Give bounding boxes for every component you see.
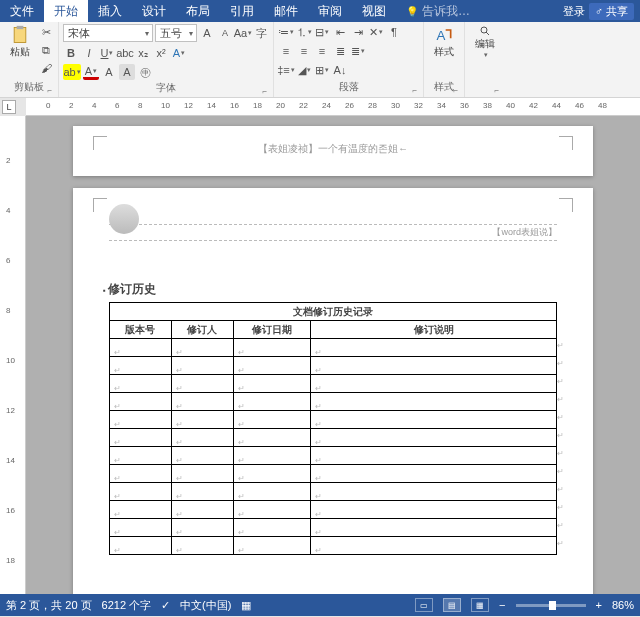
login-link[interactable]: 登录	[563, 4, 585, 19]
group-label-clipboard: 剪贴板	[4, 79, 54, 95]
page-1-footer: 【表姐凌祯】一个有温度的존姐←	[73, 126, 593, 176]
ruler-horizontal[interactable]: 0246810121416182022242628303234363840424…	[26, 98, 640, 116]
tell-me[interactable]: 告诉我…	[396, 0, 563, 22]
char-shading-icon[interactable]: A	[119, 64, 135, 80]
print-layout-icon[interactable]: ▤	[443, 598, 461, 612]
table-row: ↵	[110, 357, 557, 375]
paste-button[interactable]: 粘贴	[4, 24, 36, 60]
font-name-select[interactable]: 宋体	[63, 24, 153, 42]
line-spacing-icon[interactable]: ‡≡	[278, 62, 294, 78]
multilevel-list-icon[interactable]: ⊟	[314, 24, 330, 40]
table-row: ↵	[110, 339, 557, 357]
styles-button[interactable]: A 样式	[428, 24, 460, 60]
asian-layout-icon[interactable]: ✕	[368, 24, 384, 40]
zoom-in-button[interactable]: +	[596, 599, 602, 611]
proofing-icon[interactable]: ✓	[161, 599, 170, 612]
page-2: 【word表姐说】 修订历史 文档修订历史记录版本号修订人修订日期修订说明↵↵↵…	[73, 188, 593, 594]
section-heading: 修订历史	[103, 281, 557, 298]
language-indicator[interactable]: 中文(中国)	[180, 598, 231, 613]
svg-rect-0	[14, 28, 26, 43]
subscript-icon[interactable]: x₂	[135, 45, 151, 61]
table-row: ↵	[110, 465, 557, 483]
zoom-out-button[interactable]: −	[499, 599, 505, 611]
justify-icon[interactable]: ≣	[332, 43, 348, 59]
svg-line-4	[486, 32, 489, 35]
tab-file[interactable]: 文件	[0, 0, 44, 22]
group-paragraph: ≔ ⒈ ⊟ ⇤ ⇥ ✕ ¶ ≡ ≡ ≡ ≣ ≣ ‡≡ ◢ ⊞ A↓ 段落	[274, 22, 424, 97]
tab-mailings[interactable]: 邮件	[264, 0, 308, 22]
tab-insert[interactable]: 插入	[88, 0, 132, 22]
tab-layout[interactable]: 布局	[176, 0, 220, 22]
font-color-icon[interactable]: A	[83, 64, 99, 80]
highlight-icon[interactable]: ab	[63, 64, 81, 80]
bullets-icon[interactable]: ≔	[278, 24, 294, 40]
italic-icon[interactable]: I	[81, 45, 97, 61]
tab-references[interactable]: 引用	[220, 0, 264, 22]
table-row: ↵	[110, 429, 557, 447]
share-button[interactable]: ♂ 共享	[589, 3, 634, 20]
tab-selector[interactable]: L	[2, 100, 16, 114]
shading-icon[interactable]: ◢	[296, 62, 312, 78]
grow-font-icon[interactable]: A	[199, 25, 215, 41]
ruler-vertical[interactable]: 24681012141618	[0, 116, 26, 594]
web-layout-icon[interactable]: ▦	[471, 598, 489, 612]
status-bar: 第 2 页，共 20 页 6212 个字 ✓ 中文(中国) ▦ ▭ ▤ ▦ − …	[0, 594, 640, 616]
show-marks-icon[interactable]: ¶	[386, 24, 402, 40]
group-styles: A 样式 样式	[424, 22, 465, 97]
tab-design[interactable]: 设计	[132, 0, 176, 22]
align-right-icon[interactable]: ≡	[314, 43, 330, 59]
char-border-icon[interactable]: A	[101, 64, 117, 80]
read-mode-icon[interactable]: ▭	[415, 598, 433, 612]
avatar-image	[109, 204, 139, 234]
borders-icon[interactable]: ⊞	[314, 62, 330, 78]
phonetic-guide-icon[interactable]: 字	[253, 25, 269, 41]
copy-icon[interactable]: ⧉	[38, 42, 54, 58]
change-case-icon[interactable]: Aa	[235, 25, 251, 41]
align-center-icon[interactable]: ≡	[296, 43, 312, 59]
superscript-icon[interactable]: x²	[153, 45, 169, 61]
group-editing: 编辑	[465, 22, 505, 97]
zoom-value[interactable]: 86%	[612, 599, 634, 611]
revision-table[interactable]: 文档修订历史记录版本号修订人修订日期修订说明↵↵↵↵↵↵↵↵↵↵↵↵	[109, 302, 557, 555]
svg-text:A: A	[437, 28, 446, 43]
table-row: ↵	[110, 483, 557, 501]
numbering-icon[interactable]: ⒈	[296, 24, 312, 40]
cut-icon[interactable]: ✂	[38, 24, 54, 40]
sort-icon[interactable]: A↓	[332, 62, 348, 78]
table-row: ↵	[110, 537, 557, 555]
table-row: ↵	[110, 411, 557, 429]
tab-home[interactable]: 开始	[44, 0, 88, 22]
group-font: 宋体 五号 A A Aa 字 B I U abc x₂ x² A ab A A …	[59, 22, 274, 97]
document-area[interactable]: 【表姐凌祯】一个有温度的존姐← 【word表姐说】 修订历史 文档修订历史记录版…	[26, 116, 640, 594]
group-label-paragraph: 段落	[278, 79, 419, 95]
strikethrough-icon[interactable]: abc	[117, 45, 133, 61]
tab-review[interactable]: 审阅	[308, 0, 352, 22]
macro-icon[interactable]: ▦	[241, 599, 251, 612]
header-text: 【表姐凌祯】一个有温度的존姐←	[109, 142, 557, 156]
table-row: ↵	[110, 519, 557, 537]
table-row: ↵	[110, 501, 557, 519]
decrease-indent-icon[interactable]: ⇤	[332, 24, 348, 40]
page-indicator[interactable]: 第 2 页，共 20 页	[6, 598, 92, 613]
group-label-editing	[469, 93, 501, 95]
header-break-label: 【word表姐说】	[109, 224, 557, 241]
increase-indent-icon[interactable]: ⇥	[350, 24, 366, 40]
font-size-select[interactable]: 五号	[155, 24, 197, 42]
table-row: ↵	[110, 447, 557, 465]
underline-icon[interactable]: U	[99, 45, 115, 61]
bold-icon[interactable]: B	[63, 45, 79, 61]
word-count[interactable]: 6212 个字	[102, 598, 152, 613]
table-row: ↵	[110, 393, 557, 411]
shrink-font-icon[interactable]: A	[217, 25, 233, 41]
ribbon: 粘贴 ✂ ⧉ 🖌 剪贴板 宋体 五号 A A Aa 字 B I U	[0, 22, 640, 98]
enclose-char-icon[interactable]: ㊥	[137, 64, 153, 80]
align-left-icon[interactable]: ≡	[278, 43, 294, 59]
format-painter-icon[interactable]: 🖌	[38, 60, 54, 76]
text-effects-icon[interactable]: A	[171, 45, 187, 61]
zoom-slider[interactable]	[516, 604, 586, 607]
editing-button[interactable]: 编辑	[469, 24, 501, 60]
group-clipboard: 粘贴 ✂ ⧉ 🖌 剪贴板	[0, 22, 59, 97]
distribute-icon[interactable]: ≣	[350, 43, 366, 59]
table-row: ↵	[110, 375, 557, 393]
tab-view[interactable]: 视图	[352, 0, 396, 22]
